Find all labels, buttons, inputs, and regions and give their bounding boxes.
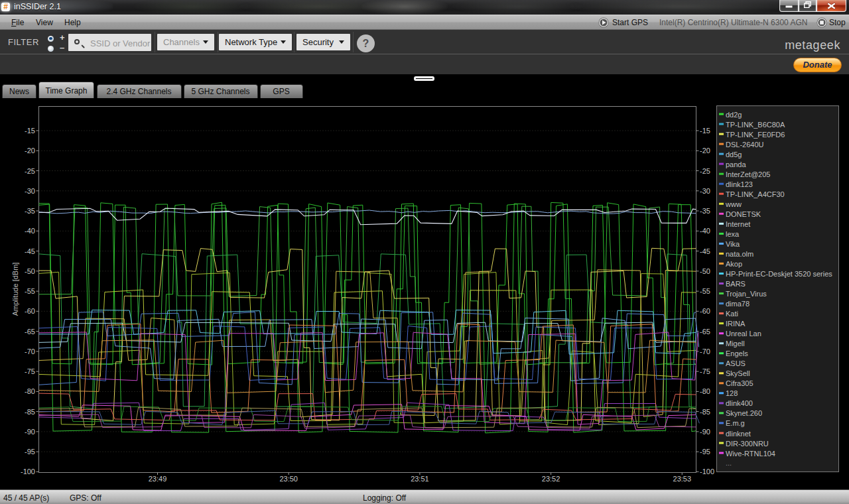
svg-text:dd2g: dd2g (726, 111, 742, 119)
svg-text:InterZet@205: InterZet@205 (726, 170, 770, 178)
svg-text:dima78: dima78 (726, 300, 750, 308)
svg-text:panda: panda (726, 160, 746, 168)
svg-text:-30: -30 (700, 187, 710, 195)
svg-text:BARS: BARS (726, 280, 746, 288)
svg-text:Skynet.260: Skynet.260 (726, 409, 762, 417)
svg-text:-85: -85 (700, 408, 710, 416)
svg-text:dlink123: dlink123 (726, 180, 753, 188)
svg-text:-50: -50 (25, 267, 35, 275)
svg-text:-100: -100 (21, 468, 35, 475)
svg-text:-55: -55 (700, 287, 710, 295)
svg-text:lexa: lexa (726, 230, 740, 238)
svg-text:-20: -20 (700, 147, 710, 155)
svg-text:23:50: 23:50 (279, 475, 298, 483)
svg-text:dd5g: dd5g (726, 151, 742, 158)
svg-text:-75: -75 (700, 367, 710, 375)
svg-text:TP-LINK_A4CF30: TP-LINK_A4CF30 (726, 190, 785, 198)
svg-text:23:49: 23:49 (149, 475, 167, 483)
svg-text:DONETSK: DONETSK (726, 210, 761, 218)
svg-text:23:52: 23:52 (542, 475, 560, 483)
svg-text:-55: -55 (25, 287, 35, 295)
svg-text:-25: -25 (25, 167, 35, 175)
svg-text:TP-LINK_B6C80A: TP-LINK_B6C80A (726, 121, 785, 129)
svg-text:-95: -95 (700, 448, 710, 456)
svg-text:-35: -35 (700, 207, 710, 215)
svg-text:-80: -80 (700, 387, 710, 395)
svg-text:-15: -15 (25, 127, 35, 135)
svg-text:-50: -50 (700, 267, 710, 275)
svg-text:Engels: Engels (726, 349, 748, 357)
svg-text:Akop: Akop (726, 260, 742, 268)
svg-text:E.m.g: E.m.g (726, 419, 745, 427)
svg-text:ASUS: ASUS (726, 359, 746, 367)
svg-text:dlinknet: dlinknet (726, 430, 751, 438)
svg-text:-20: -20 (25, 147, 35, 155)
svg-text:HP-Print-EC-Deskjet 3520 serie: HP-Print-EC-Deskjet 3520 series (726, 270, 832, 278)
svg-text:DSL-2640U: DSL-2640U (726, 141, 764, 149)
svg-text:Wive-RTNL104: Wive-RTNL104 (726, 450, 775, 458)
svg-text:-25: -25 (700, 167, 710, 175)
svg-text:DIR-300NRU: DIR-300NRU (726, 440, 769, 448)
svg-text:Internet: Internet (726, 220, 750, 228)
svg-text:-30: -30 (25, 187, 35, 195)
svg-text:-15: -15 (700, 127, 710, 135)
svg-text:Kati: Kati (726, 310, 738, 318)
svg-text:-85: -85 (25, 408, 35, 416)
svg-text:-80: -80 (25, 387, 35, 395)
svg-text:-90: -90 (700, 428, 710, 436)
svg-text:dlink400: dlink400 (726, 399, 753, 407)
svg-text:128: 128 (726, 389, 738, 397)
svg-text:SkySell: SkySell (726, 369, 750, 377)
svg-text:Trojan_Virus: Trojan_Virus (726, 290, 767, 298)
svg-text:-65: -65 (25, 328, 35, 336)
svg-text:Amplitude [dBm]: Amplitude [dBm] (11, 263, 19, 316)
svg-text:-65: -65 (700, 328, 710, 336)
svg-text:-100: -100 (700, 468, 714, 475)
svg-text:-95: -95 (25, 448, 35, 456)
svg-text:-90: -90 (25, 428, 35, 436)
svg-text:Migell: Migell (726, 340, 745, 347)
svg-text:www: www (725, 200, 742, 208)
svg-text:Unreal Lan: Unreal Lan (726, 330, 761, 338)
svg-text:nata.olm: nata.olm (726, 250, 753, 258)
svg-text:IRINA: IRINA (726, 320, 746, 328)
svg-text:-40: -40 (25, 227, 35, 235)
svg-text:-45: -45 (25, 247, 35, 255)
svg-text:Cifra305: Cifra305 (726, 379, 753, 387)
svg-text:-45: -45 (700, 247, 710, 255)
svg-text:-35: -35 (25, 207, 35, 215)
svg-text:23:53: 23:53 (673, 475, 692, 483)
svg-text:-70: -70 (700, 347, 710, 355)
svg-text:-75: -75 (25, 367, 35, 375)
svg-text:...: ... (726, 459, 732, 467)
svg-text:-60: -60 (700, 307, 710, 315)
svg-text:-40: -40 (700, 227, 710, 235)
svg-text:TP-LINK_FE0FD6: TP-LINK_FE0FD6 (726, 131, 785, 139)
svg-text:-70: -70 (25, 347, 35, 355)
svg-text:-60: -60 (25, 307, 35, 315)
svg-text:Vika: Vika (726, 240, 740, 248)
svg-text:23:51: 23:51 (411, 475, 429, 483)
